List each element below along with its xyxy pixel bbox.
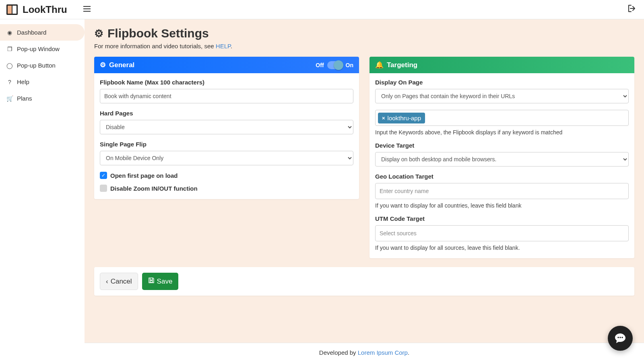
panel-targeting: 🔔 Targeting Display On Page Only on Page…	[369, 57, 634, 258]
signout-icon[interactable]	[628, 5, 636, 14]
toggle-switch[interactable]	[327, 61, 343, 69]
footer-link[interactable]: Lorem Ipsum Corp	[358, 349, 408, 356]
open-first-checkbox[interactable]: ✓	[100, 172, 107, 179]
sidebar-item-label: Pop-up Window	[17, 45, 60, 52]
keyword-tag: × lookthru-app	[378, 113, 425, 123]
tag-text: lookthru-app	[388, 115, 421, 121]
save-button[interactable]: Save	[142, 273, 179, 290]
svg-point-4	[619, 337, 621, 338]
help-link[interactable]: HELP	[216, 43, 231, 49]
button-icon: ◯	[6, 62, 13, 69]
page-subtext: For more information and video tutorials…	[94, 43, 634, 49]
chat-icon	[614, 332, 627, 345]
sidebar-item-label: Pop-up Button	[17, 62, 56, 69]
disable-zoom-checkbox[interactable]: ✓	[100, 185, 107, 192]
save-icon	[148, 277, 155, 286]
keyword-tag-input[interactable]: × lookthru-app	[375, 110, 629, 126]
flipbook-name-input[interactable]	[100, 89, 353, 103]
geo-placeholder: Enter country name	[378, 188, 429, 194]
svg-point-3	[617, 337, 619, 338]
cogs-icon: ⚙	[100, 61, 106, 69]
chat-widget[interactable]	[608, 326, 633, 351]
hamburger-icon[interactable]	[83, 5, 91, 14]
geo-target-input[interactable]: Enter country name	[375, 183, 629, 199]
geo-target-label: Geo Location Target	[375, 173, 629, 180]
dashboard-icon: ◉	[6, 29, 13, 36]
topbar-left: LookThru	[5, 2, 91, 17]
gear-icon: ⚙	[94, 27, 103, 40]
single-flip-label: Single Page Flip	[100, 141, 353, 148]
help-icon: ?	[6, 79, 13, 85]
sidebar-item-plans[interactable]: 🛒 Plans	[0, 90, 85, 107]
panel-header-targeting: 🔔 Targeting	[369, 57, 634, 73]
page-title-text: Flipbook Settings	[107, 27, 209, 40]
window-icon: ❐	[6, 46, 13, 52]
sidebar-item-popup-button[interactable]: ◯ Pop-up Button	[0, 57, 85, 74]
svg-rect-1	[8, 6, 12, 14]
panel-title: Targeting	[387, 61, 417, 69]
flipbook-name-label: Flipbook Name (Max 100 characters)	[100, 79, 353, 86]
book-icon	[5, 2, 19, 17]
sidebar-item-popup-window[interactable]: ❐ Pop-up Window	[0, 41, 85, 57]
cart-icon: 🛒	[6, 95, 13, 102]
svg-rect-2	[12, 6, 17, 14]
page-title: ⚙ Flipbook Settings	[94, 27, 634, 40]
toggle-on-label: On	[346, 62, 353, 68]
single-flip-select[interactable]: On Mobile Device Only	[100, 151, 353, 165]
sidebar-item-help[interactable]: ? Help	[0, 74, 85, 90]
device-target-select[interactable]: Display on both desktop and mobile brows…	[375, 152, 629, 167]
display-page-select[interactable]: Only on Pages that contain the keyword i…	[375, 89, 629, 103]
action-bar: ‹ Cancel Save	[94, 267, 634, 296]
brand-name: LookThru	[23, 4, 67, 15]
footer: Developed by Lorem Ipsum Corp.	[85, 343, 644, 362]
sidebar-item-dashboard[interactable]: ◉ Dashboard	[0, 24, 85, 41]
brand-logo[interactable]: LookThru	[5, 2, 67, 17]
hard-pages-label: Hard Pages	[100, 110, 353, 117]
sidebar-item-label: Dashboard	[17, 29, 46, 36]
main-content: ⚙ Flipbook Settings For more information…	[85, 19, 644, 343]
sidebar: ◉ Dashboard ❐ Pop-up Window ◯ Pop-up But…	[0, 19, 85, 343]
utm-placeholder: Select sources	[378, 230, 417, 237]
sidebar-item-label: Plans	[17, 95, 32, 102]
display-page-label: Display On Page	[375, 79, 629, 86]
panel-title: General	[109, 61, 134, 69]
hard-pages-select[interactable]: Disable	[100, 120, 353, 134]
panel-general: ⚙ General Off On Flipbook Name (Max 100 …	[94, 57, 359, 199]
device-target-label: Device Target	[375, 142, 629, 149]
cancel-button[interactable]: ‹ Cancel	[100, 273, 138, 290]
open-first-label: Open first page on load	[110, 172, 178, 179]
disable-zoom-label: Disable Zoom IN/OUT function	[110, 185, 198, 192]
svg-point-5	[621, 337, 623, 338]
remove-tag-icon[interactable]: ×	[382, 115, 385, 121]
topbar: LookThru	[0, 0, 644, 19]
sidebar-item-label: Help	[17, 78, 29, 85]
bell-icon: 🔔	[375, 61, 384, 69]
geo-help: If you want to display for all countries…	[375, 202, 629, 209]
utm-target-input[interactable]: Select sources	[375, 225, 629, 241]
chevron-left-icon: ‹	[106, 278, 108, 286]
keyword-help: Input the Keywords above, the Flipbook d…	[375, 129, 629, 136]
general-toggle[interactable]: Off On	[316, 61, 353, 69]
utm-target-label: UTM Code Target	[375, 215, 629, 222]
utm-help: If you want to display for all sources, …	[375, 245, 629, 251]
toggle-off-label: Off	[316, 62, 324, 68]
panel-header-general: ⚙ General Off On	[94, 57, 359, 73]
